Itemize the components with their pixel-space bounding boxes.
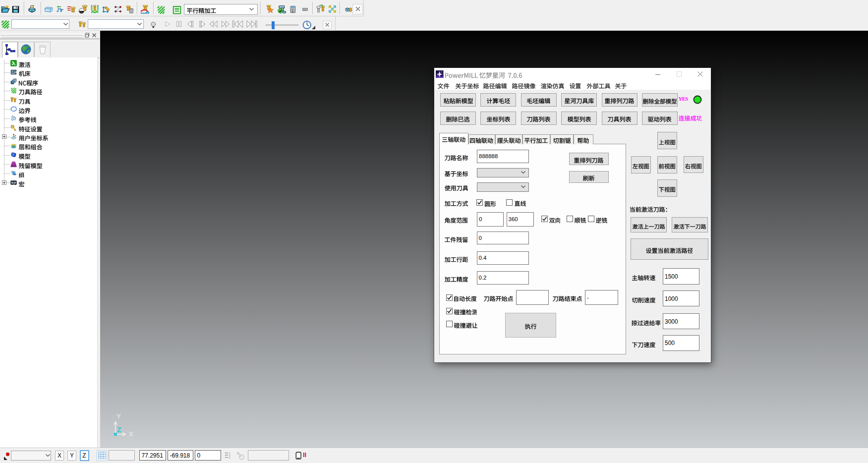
svg-text:Y: Y	[116, 412, 121, 420]
svg-text:X: X	[129, 430, 133, 438]
svg-text:Z: Z	[117, 426, 121, 434]
svg-text:z: z	[229, 456, 230, 459]
